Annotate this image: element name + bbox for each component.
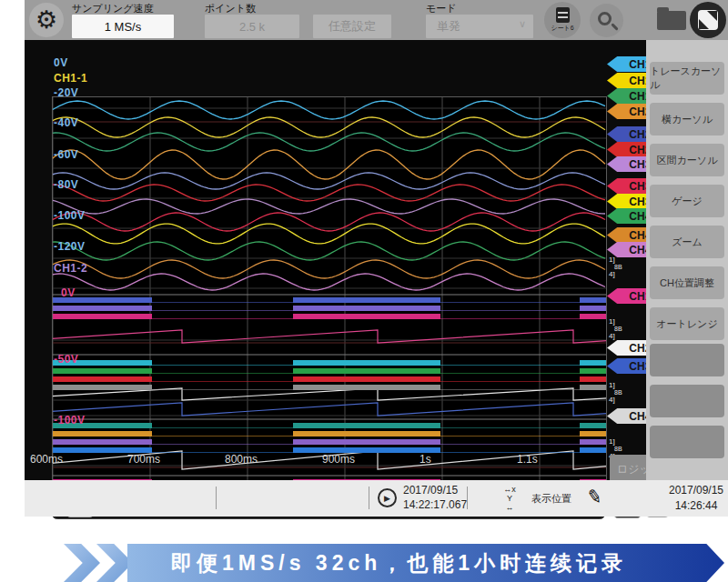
chevron-down-icon: ∨: [519, 18, 526, 30]
scale-label: -40V: [54, 116, 78, 129]
time-label: 600ms: [30, 453, 63, 466]
xy-position-icon[interactable]: ↔x Y ↔: [494, 485, 525, 512]
scale-label: -120V: [54, 240, 86, 253]
folder-icon[interactable]: [657, 11, 686, 30]
promo-banner: 即便1MS/s 32ch，也能1小时连续记录: [0, 544, 728, 582]
record-timestamp: 2017/09/15 14:22:17.067: [403, 483, 467, 512]
search-icon: [598, 12, 612, 25]
sheet-button[interactable]: シート6: [544, 2, 581, 38]
arbitrary-setting-button[interactable]: 任意設定: [313, 15, 391, 38]
display-position-label: 表示位置: [531, 492, 571, 506]
fullscreen-icon: [698, 10, 718, 30]
time-label: 900ms: [322, 453, 355, 466]
logic-bit-indicator: 1]8B4]: [609, 318, 632, 340]
app-window: ⚙ サンプリング速度 1 MS/s ポイント数 2.5 k 任意設定 モード 単…: [0, 0, 728, 582]
sidebar-button-5[interactable]: ズーム: [650, 226, 724, 258]
scale-label: -60V: [54, 148, 78, 161]
sampling-rate-label: サンプリング速度: [72, 2, 154, 15]
search-button[interactable]: [590, 4, 623, 37]
points-field[interactable]: 2.5 k: [205, 15, 299, 38]
banner-body: 即便1MS/s 32ch，也能1小时连续记录: [127, 544, 724, 582]
sidebar-empty-button-3[interactable]: [650, 426, 724, 458]
logic-bit-indicator: 1]8B4]: [609, 256, 632, 278]
scale-label: -100V: [54, 414, 86, 426]
banner-chevron-icon: [64, 544, 100, 582]
points-label: ポイント数: [205, 2, 256, 15]
record-date: 2017/09/15: [403, 483, 467, 497]
sidebar-button-3[interactable]: 区間カーソル: [650, 144, 724, 176]
sidebar-button-2[interactable]: 横カーソル: [650, 103, 724, 135]
scale-label: -100V: [54, 209, 86, 222]
time-label: 1s: [420, 453, 431, 466]
play-status-icon: ▶: [378, 488, 397, 507]
pen-icon[interactable]: ✎: [585, 485, 604, 509]
scale-label: CH1-2: [54, 262, 87, 275]
time-label: 700ms: [127, 453, 160, 466]
sheet-caption: シート6: [551, 24, 573, 33]
scale-label: 0V: [61, 286, 76, 299]
scale-label: -80V: [54, 178, 78, 191]
scale-label: -20V: [54, 86, 78, 99]
scale-label: 0V: [54, 56, 68, 69]
sampling-rate-value: 1 MS/s: [105, 20, 141, 34]
sheet-stack-icon: [556, 7, 570, 23]
sidebar-button-6[interactable]: CH位置調整: [650, 266, 724, 299]
time-label: 1.1s: [517, 453, 538, 466]
sidebar-empty-button-1[interactable]: [650, 344, 724, 376]
separator: [467, 487, 468, 509]
banner-text: 即便1MS/s 32ch，也能1小时连续记录: [127, 549, 627, 577]
clock-datetime: 2017/09/15 14:26:44: [651, 483, 728, 514]
sidebar: トレースカーソル横カーソル区間カーソルゲージズームCH位置調整オートレンジ: [646, 40, 728, 480]
scale-label: CH1-1: [54, 72, 87, 85]
fullscreen-button[interactable]: [690, 2, 726, 38]
plot-surface[interactable]: [52, 96, 607, 507]
mode-dropdown[interactable]: 単発 ∨: [426, 15, 533, 38]
sidebar-button-1[interactable]: トレースカーソル: [650, 62, 724, 95]
time-label: 800ms: [225, 453, 258, 466]
mode-label: モード: [426, 2, 457, 15]
sampling-rate-field[interactable]: 1 MS/s: [72, 15, 174, 38]
sidebar-button-4[interactable]: ゲージ: [650, 185, 724, 217]
status-bar: ▶ 2017/09/15 14:22:17.067 ↔x Y ↔ 表示位置 ✎ …: [25, 480, 728, 517]
gear-icon: ⚙: [35, 8, 57, 33]
settings-button[interactable]: ⚙: [29, 3, 64, 37]
logic-bit-indicator: 1]8B4]: [609, 382, 632, 404]
sidebar-empty-button-2[interactable]: [650, 385, 724, 417]
mode-value: 単発: [437, 18, 460, 35]
points-value: 2.5 k: [239, 20, 265, 34]
toolbar: ⚙ サンプリング速度 1 MS/s ポイント数 2.5 k 任意設定 モード 単…: [25, 0, 728, 40]
waveform-screen[interactable]: 0VCH1-1-20V-40V-60V-80V-100V-120VCH1-20V…: [25, 40, 646, 480]
record-time: 14:22:17.067: [403, 497, 467, 512]
sidebar-button-7[interactable]: オートレンジ: [650, 307, 724, 340]
scale-label: -50V: [54, 353, 78, 366]
separator: [216, 487, 217, 509]
separator: [369, 487, 369, 509]
